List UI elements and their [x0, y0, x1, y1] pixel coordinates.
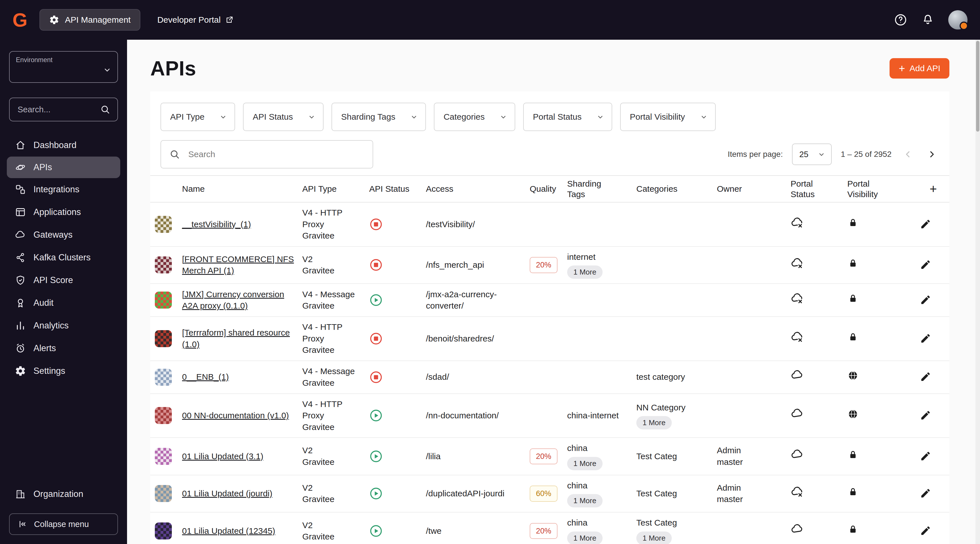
cell-portal-visibility — [847, 524, 915, 538]
cell-api-status — [369, 293, 426, 307]
owner-name: Admin master — [717, 445, 752, 468]
sidebar-item-applications[interactable]: Applications — [0, 201, 127, 224]
medal-icon — [15, 297, 26, 309]
search-icon — [100, 104, 111, 115]
sidebar-item-audit[interactable]: Audit — [0, 291, 127, 314]
add-column-button[interactable]: + — [927, 183, 939, 195]
sidebar-item-integrations[interactable]: Integrations — [0, 178, 127, 201]
api-type-definition: V2 — [302, 520, 364, 531]
app-root: G API Management Developer Portal Envi — [0, 0, 980, 544]
api-name-link[interactable]: [JMX] Currency conversion A2A proxy (0.1… — [182, 289, 284, 310]
category-name: Test Categ — [636, 451, 677, 462]
api-name-link[interactable]: 0__ENB_(1) — [182, 372, 229, 382]
page-title: APIs — [150, 57, 196, 80]
next-page-button[interactable] — [924, 147, 939, 162]
kafka-icon — [15, 252, 26, 263]
cloud-unpublished-icon — [791, 331, 804, 344]
api-name-link[interactable]: 00 NN-documentation (v1.0) — [182, 411, 289, 420]
collapse-menu-button[interactable]: Collapse menu — [9, 513, 118, 535]
api-type-definition: V4 - Message — [302, 289, 364, 301]
api-name-link[interactable]: [FRONT ECOMMERCE] NFS Merch API (1) — [182, 255, 294, 275]
notifications-bell-button[interactable] — [921, 13, 935, 27]
items-per-page-value: 25 — [799, 150, 808, 159]
table-search-input[interactable] — [187, 149, 365, 160]
sharding-more-chip: 1 More — [567, 457, 603, 470]
product-switcher-button[interactable]: API Management — [40, 9, 140, 31]
sidebar-item-organization[interactable]: Organization — [0, 483, 127, 506]
sidebar-item-label: Alerts — [33, 343, 56, 353]
edit-api-button[interactable] — [918, 523, 934, 539]
chevron-down-icon — [103, 65, 112, 74]
edit-api-button[interactable] — [918, 331, 934, 346]
cell-actions — [918, 216, 939, 233]
cloud-unpublished-icon — [791, 257, 804, 270]
api-name-link[interactable]: 01 Lilia Updated (3.1) — [182, 452, 263, 461]
scrollbar-thumb[interactable] — [976, 41, 980, 132]
cell-portal-visibility — [847, 487, 915, 501]
pencil-icon — [920, 294, 931, 305]
filter-label: API Type — [170, 112, 204, 122]
edit-api-button[interactable] — [918, 369, 934, 385]
edit-api-button[interactable] — [918, 216, 934, 232]
help-button[interactable] — [894, 13, 907, 27]
access-path: /twe — [426, 526, 442, 536]
cell-api-status — [369, 409, 426, 422]
main-content: APIs + Add API API Type API Status Shard… — [127, 40, 980, 544]
developer-portal-link[interactable]: Developer Portal — [158, 15, 234, 25]
cell-api-type: V2 Gravitee — [302, 482, 369, 505]
column-header-quality: Quality — [530, 183, 567, 194]
filter-label: Portal Status — [533, 112, 582, 122]
edit-api-button[interactable] — [918, 292, 934, 308]
api-type-vendor: Gravitee — [302, 300, 364, 312]
user-avatar[interactable] — [948, 10, 967, 30]
sidebar-item-alerts[interactable]: Alerts — [0, 337, 127, 359]
gravitee-logo[interactable]: G — [13, 10, 27, 30]
filter-api-status[interactable]: API Status — [243, 103, 323, 131]
api-type-vendor: Gravitee — [302, 230, 364, 242]
planet-icon — [15, 162, 26, 173]
api-name-link[interactable]: [Terrraform] shared resource (1.0) — [182, 328, 290, 349]
cell-portal-status — [791, 369, 847, 385]
add-api-button[interactable]: + Add API — [889, 58, 950, 79]
cell-sharding-tags: china 1 More — [567, 517, 636, 544]
globe-icon — [847, 409, 859, 420]
filter-portal-visibility[interactable]: Portal Visibility — [620, 103, 716, 131]
pencil-icon — [920, 525, 931, 536]
cell-avatar — [155, 522, 182, 539]
stopped-status-icon — [369, 332, 383, 345]
filter-sharding-tags[interactable]: Sharding Tags — [331, 103, 426, 131]
api-name-link[interactable]: 01 Lilia Updated (jourdi) — [182, 489, 272, 498]
edit-api-button[interactable] — [918, 485, 934, 501]
edit-api-button[interactable] — [918, 448, 934, 464]
cell-portal-visibility — [847, 409, 915, 423]
sidebar-item-kafka-clusters[interactable]: Kafka Clusters — [0, 246, 127, 269]
building-icon — [15, 488, 26, 500]
cell-actions — [918, 257, 939, 274]
items-per-page-label: Items per page: — [728, 150, 783, 159]
sidebar-item-gateways[interactable]: Gateways — [0, 224, 127, 246]
sidebar-item-analytics[interactable]: Analytics — [0, 314, 127, 337]
lock-icon — [847, 487, 859, 498]
cell-portal-status — [791, 331, 847, 347]
api-name-link[interactable]: __testVisibility_(1) — [182, 220, 251, 229]
table-row: 01 Lilia Updated (3.1) V2 Gravitee /lili… — [150, 438, 950, 476]
sidebar-search-input[interactable] — [16, 104, 95, 115]
items-per-page-select[interactable]: 25 — [792, 143, 832, 165]
access-path: /sdad/ — [426, 372, 449, 382]
filter-portal-status[interactable]: Portal Status — [523, 103, 612, 131]
api-name-link[interactable]: 01 Lilia Updated (12345) — [182, 526, 275, 536]
sidebar-item-api-score[interactable]: API Score — [0, 269, 127, 291]
filter-categories[interactable]: Categories — [434, 103, 515, 131]
filter-api-type[interactable]: API Type — [161, 103, 235, 131]
sidebar-item-apis[interactable]: APIs — [7, 157, 120, 178]
edit-api-button[interactable] — [918, 407, 934, 423]
edit-api-button[interactable] — [918, 257, 934, 272]
environment-selector[interactable]: Environment — [9, 51, 118, 83]
cell-api-status — [369, 524, 426, 538]
sidebar-item-settings[interactable]: Settings — [0, 359, 127, 382]
lock-icon — [847, 449, 859, 461]
access-path: /benoit/sharedres/ — [426, 334, 494, 343]
sidebar-item-dashboard[interactable]: Dashboard — [0, 134, 127, 157]
access-path: /nfs_merch_api — [426, 260, 484, 269]
cell-portal-visibility — [847, 449, 915, 464]
